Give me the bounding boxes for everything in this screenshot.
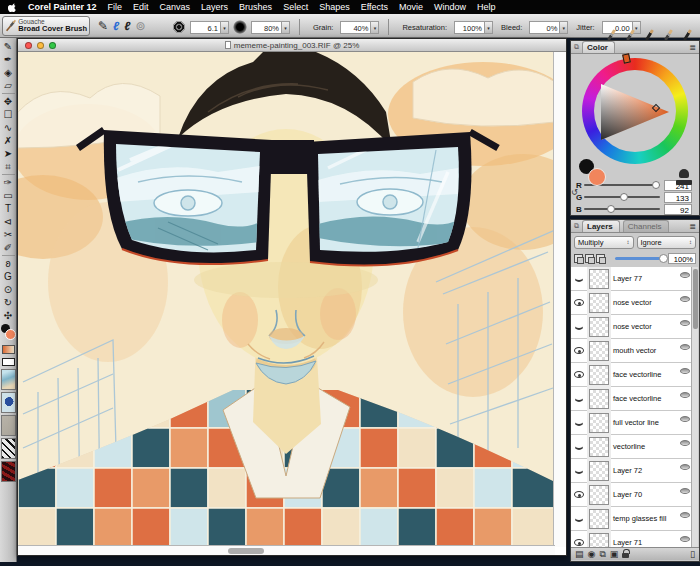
visibility-eye-icon[interactable] — [574, 371, 584, 378]
size-field[interactable]: 6.1▾ — [190, 21, 229, 34]
additional-color-swatch[interactable] — [5, 329, 16, 340]
gradient-selector-swatch[interactable] — [2, 345, 15, 354]
layers-scrollbar[interactable] — [691, 267, 698, 555]
tab-layers[interactable]: Layers — [582, 220, 620, 232]
stroke-blue-loop-icon[interactable]: ℓ — [113, 20, 119, 32]
visibility-eye-icon[interactable] — [574, 539, 584, 546]
canvas-artwork[interactable] — [18, 52, 555, 547]
layer-opacity-slider[interactable] — [615, 257, 663, 260]
tab-color[interactable]: Color — [582, 41, 615, 53]
grabber-tool[interactable]: ✣ — [1, 309, 16, 322]
resaturation-value[interactable]: 100% — [454, 21, 484, 34]
delete-layer-icon[interactable]: ▯ — [690, 549, 695, 559]
clone-color-icon[interactable] — [676, 169, 692, 187]
layer-row[interactable]: Layer 77 — [571, 267, 692, 291]
pen-tool[interactable]: ✑ — [1, 176, 16, 189]
panel-collapse-icon[interactable]: ⧉ — [574, 222, 579, 230]
saturation-value-triangle[interactable] — [593, 70, 677, 154]
rect-shape-tool[interactable]: ▭ — [1, 189, 16, 202]
resaturation-dropdown-arrow[interactable]: ▾ — [484, 21, 493, 34]
visibility-eye-icon[interactable] — [574, 299, 584, 306]
layer-row[interactable]: Layer 72 — [571, 459, 692, 483]
layer-row[interactable]: face vectorline — [571, 363, 692, 387]
size-dropdown-arrow[interactable]: ▾ — [220, 21, 229, 34]
shape-edit-tool[interactable]: ⊲ — [1, 215, 16, 228]
color-swatch-pair[interactable] — [0, 324, 16, 341]
layer-link-icon[interactable] — [596, 254, 605, 263]
pattern-swatch[interactable] — [1, 369, 16, 390]
mirror-painting-tool[interactable]: ʚ — [1, 257, 16, 270]
lock-layer-icon[interactable] — [622, 553, 629, 558]
dynamic-plugins-icon[interactable]: ◉ — [588, 549, 596, 559]
visibility-eye-icon[interactable] — [574, 468, 584, 474]
layer-row[interactable]: mouth vector — [571, 339, 692, 363]
layer-commands-icon[interactable]: ▤ — [575, 549, 584, 559]
bleed-value[interactable]: 0% — [529, 21, 559, 34]
visibility-eye-icon[interactable] — [574, 516, 584, 522]
blue-slider[interactable] — [584, 208, 660, 210]
document-title-bar[interactable]: mememe-painting_003.RIF @ 25% — [18, 39, 566, 52]
rotate-page-tool[interactable]: ↻ — [1, 296, 16, 309]
hue-marker[interactable] — [622, 53, 631, 63]
visibility-eye-icon[interactable] — [574, 396, 584, 402]
menu-layers[interactable]: Layers — [201, 2, 228, 12]
layer-row[interactable]: vectorline — [571, 435, 692, 459]
brush-selector[interactable]: Gouache Broad Cover Brush — [2, 16, 90, 36]
panel-menu-icon[interactable]: ≣ — [689, 43, 696, 52]
blue-slider-knob[interactable] — [607, 205, 615, 213]
visibility-eye-icon[interactable] — [574, 420, 584, 426]
layer-row[interactable]: face vectorline — [571, 387, 692, 411]
magic-wand-tool[interactable]: ✗ — [1, 134, 16, 147]
new-mask-icon[interactable]: ▣ — [610, 549, 619, 559]
shape-select-tool[interactable]: ➤ — [1, 147, 16, 160]
tab-channels[interactable]: Channels — [623, 220, 669, 232]
visibility-eye-icon[interactable] — [574, 491, 584, 498]
menu-window[interactable]: Window — [434, 2, 466, 12]
green-slider[interactable] — [584, 196, 660, 198]
apple-menu-icon[interactable] — [8, 3, 17, 12]
menu-brushes[interactable]: Brushes — [239, 2, 272, 12]
bleed-dropdown-arrow[interactable]: ▾ — [559, 21, 568, 34]
layer-adjuster-tool[interactable]: ✥ — [1, 95, 16, 108]
stroke-align-icon[interactable]: ⊚ — [135, 20, 145, 32]
vertical-scrollbar[interactable] — [553, 52, 566, 547]
color-pair[interactable] — [579, 159, 609, 189]
green-slider-knob[interactable] — [620, 193, 628, 201]
pickup-underlying-icon[interactable] — [585, 254, 594, 263]
grain-field[interactable]: 40%▾ — [340, 21, 379, 34]
visibility-eye-icon[interactable] — [574, 444, 584, 450]
visibility-eye-icon[interactable] — [574, 276, 584, 282]
horizontal-scrollbar[interactable] — [18, 545, 555, 555]
opacity-slider-knob[interactable] — [659, 254, 668, 263]
menu-help[interactable]: Help — [477, 2, 496, 12]
layer-row[interactable]: nose vector — [571, 291, 692, 315]
magnifier-tool[interactable]: ⊙ — [1, 283, 16, 296]
paint-bucket-tool[interactable]: ◈ — [1, 66, 16, 79]
lasso-tool[interactable]: ∿ — [1, 121, 16, 134]
nozzle-swatch[interactable] — [1, 461, 16, 482]
text-tool[interactable]: T — [1, 202, 16, 215]
menu-movie[interactable]: Movie — [399, 2, 423, 12]
brush-tool[interactable]: ✎ — [1, 40, 16, 53]
opacity-dropdown-arrow[interactable]: ▾ — [281, 21, 290, 34]
visibility-eye-icon[interactable] — [574, 324, 584, 330]
blend-mode-select[interactable]: Multiply↕ — [574, 236, 634, 249]
layers-scrollbar-thumb[interactable] — [693, 269, 698, 329]
opacity-value[interactable]: 80% — [251, 21, 281, 34]
crop-tool[interactable]: ⌗ — [1, 160, 16, 173]
blue-value[interactable]: 92 — [664, 204, 692, 215]
preserve-transparency-icon[interactable] — [574, 254, 583, 263]
layer-row[interactable]: temp glasses fill — [571, 507, 692, 531]
menu-select[interactable]: Select — [283, 2, 308, 12]
menu-app-name[interactable]: Corel Painter 12 — [28, 2, 97, 12]
stroke-loop-icon[interactable]: ℓ — [124, 20, 130, 32]
menu-shapes[interactable]: Shapes — [319, 2, 350, 12]
weave-swatch[interactable] — [1, 438, 16, 459]
menu-effects[interactable]: Effects — [361, 2, 388, 12]
swap-colors-icon[interactable]: ↺ — [571, 188, 578, 197]
pattern-swatch[interactable] — [1, 392, 16, 413]
layer-opacity-value[interactable]: 100% — [668, 253, 696, 264]
scrollbar-thumb[interactable] — [228, 548, 264, 554]
new-layer-icon[interactable]: ⧉ — [599, 549, 605, 560]
menu-canvas[interactable]: Canvas — [160, 2, 191, 12]
